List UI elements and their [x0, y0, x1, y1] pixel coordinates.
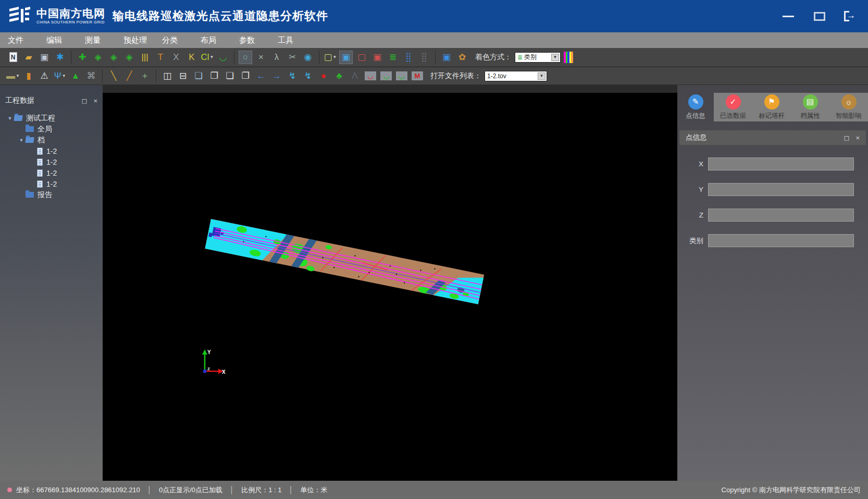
- tile-windows-icon[interactable]: ❐: [207, 69, 221, 83]
- ruler-vertical-icon[interactable]: ▮: [22, 69, 35, 83]
- open-folder-icon[interactable]: ▰: [22, 51, 35, 64]
- ruler-diagonal-icon[interactable]: ╱: [122, 69, 136, 83]
- panel-close-icon[interactable]: ×: [93, 97, 97, 105]
- menu-item-3[interactable]: 测量: [77, 35, 116, 45]
- palette-icon[interactable]: ✿: [455, 51, 469, 64]
- maximize-button[interactable]: [813, 10, 826, 22]
- tower-icon[interactable]: Λ: [348, 69, 362, 83]
- spacing-adjust-icon[interactable]: +: [138, 69, 152, 83]
- exit-button[interactable]: →: [844, 11, 857, 21]
- tree-item-span-folder[interactable]: ▼档: [0, 135, 103, 145]
- tab-span-attr[interactable]: ▤档属性: [791, 93, 829, 121]
- chevron-down-icon[interactable]: ▼: [551, 54, 559, 61]
- tree-expander-icon[interactable]: ▼: [7, 116, 13, 121]
- section-lines-icon[interactable]: |||: [138, 51, 152, 64]
- sag-curve-red-icon[interactable]: ◡: [364, 69, 377, 83]
- tree-icon[interactable]: ♣: [332, 69, 346, 83]
- split-vertical-icon[interactable]: ◫: [160, 69, 174, 83]
- menu-item-5[interactable]: 分类: [154, 35, 193, 45]
- new-file-icon[interactable]: N: [6, 51, 20, 64]
- close-all-windows-icon[interactable]: ❐: [239, 69, 252, 83]
- vector-branch-icon[interactable]: Ψ▼: [53, 69, 67, 83]
- nodes-icon[interactable]: ⌘: [84, 69, 98, 83]
- classify-ci-icon[interactable]: Cl▼: [201, 51, 214, 64]
- layers-icon[interactable]: ≣: [386, 51, 400, 64]
- ellipse-select-icon[interactable]: ○: [239, 51, 252, 64]
- toolbar-separator: [435, 51, 436, 64]
- tree-item-report[interactable]: 报告: [0, 189, 103, 200]
- tab-label: 智能影响: [836, 112, 862, 120]
- class-field-input[interactable]: [708, 234, 854, 247]
- cascade-windows-icon[interactable]: ❏: [192, 69, 205, 83]
- panel-float-icon[interactable]: ◻: [82, 97, 88, 105]
- tree-expander-icon[interactable]: ▼: [19, 138, 24, 143]
- tab-selected-data[interactable]: ✓已选数据: [714, 93, 752, 121]
- split-horizontal-icon[interactable]: ⊟: [176, 69, 190, 83]
- y-field-input[interactable]: [708, 183, 854, 196]
- tree-item-span-1[interactable]: 1-2: [0, 145, 103, 156]
- pan-move-icon[interactable]: ✚: [76, 51, 89, 64]
- tree-item-span-4[interactable]: 1-2: [0, 178, 103, 189]
- sag-curve-dashed-icon[interactable]: ◡: [395, 69, 408, 83]
- menu-item-6[interactable]: 布局: [193, 35, 231, 45]
- delete-select-icon[interactable]: ×: [254, 51, 268, 64]
- profile-diamond-icon[interactable]: ◈: [91, 51, 105, 64]
- status-bar: 坐标：667669.1384100900.2861092.210│0点正显示/0…: [0, 481, 868, 499]
- locate-pin-icon[interactable]: ●: [317, 69, 330, 83]
- grid-cursor-icon[interactable]: ⣿: [417, 51, 431, 64]
- tree-item-test-project[interactable]: ▼测试工程: [0, 113, 103, 124]
- point-info-close-icon[interactable]: ×: [855, 134, 860, 142]
- menu-item-4[interactable]: 预处理: [116, 35, 154, 45]
- close-window-icon[interactable]: ❏: [223, 69, 237, 83]
- polyline-icon[interactable]: ↯: [286, 69, 299, 83]
- warning-triangle-icon[interactable]: ⚠: [38, 69, 51, 83]
- key-icon[interactable]: K: [185, 51, 199, 64]
- undo-view-icon[interactable]: ←: [254, 69, 268, 83]
- angle-measure-icon[interactable]: X: [169, 51, 183, 64]
- x-field-input[interactable]: [708, 157, 854, 171]
- measure-m-icon[interactable]: M: [411, 69, 424, 83]
- tab-smart-impact[interactable]: ☼智能影响: [829, 93, 868, 121]
- redo-view-icon[interactable]: →: [270, 69, 283, 83]
- tab-mark-tower[interactable]: ⚑标记塔杆: [752, 93, 791, 121]
- tab-point-info[interactable]: ✎点信息: [677, 93, 714, 121]
- eye-icon[interactable]: ◉: [301, 51, 315, 64]
- brand-en: CHINA SOUTHERN POWER GRID: [36, 20, 105, 25]
- rainbow-ramp-icon[interactable]: [562, 51, 575, 64]
- broom-icon[interactable]: ╲: [107, 69, 120, 83]
- menu-item-2[interactable]: 编辑: [39, 35, 77, 45]
- sag-curve-green-icon[interactable]: ◡: [379, 69, 393, 83]
- polygon-select-icon[interactable]: ▢: [355, 51, 368, 64]
- point-select-icon[interactable]: ▣: [339, 51, 353, 64]
- grid-icon[interactable]: ⣿: [402, 51, 415, 64]
- tree-item-span-2[interactable]: 1-2: [0, 156, 103, 167]
- point-cloud-viewport[interactable]: Y X Z: [103, 93, 677, 481]
- profile-diamond-3-icon[interactable]: ◈: [122, 51, 136, 64]
- chevron-down-icon[interactable]: ▼: [538, 72, 545, 80]
- tree-item-label: 全局: [38, 125, 52, 134]
- document-icon: ▤: [803, 94, 818, 109]
- polyline-2-icon[interactable]: ↯: [301, 69, 315, 83]
- subtract-select-icon[interactable]: ▣: [370, 51, 384, 64]
- tree-item-span-3[interactable]: 1-2: [0, 167, 103, 178]
- open-file-list-select[interactable]: 1-2.tov▼: [485, 71, 547, 81]
- colorize-mode-select[interactable]: ≣类别▼: [515, 52, 561, 63]
- z-field-input[interactable]: [708, 209, 854, 222]
- north-arrow-icon[interactable]: ▲: [69, 69, 82, 83]
- menu-item-7[interactable]: 参数: [231, 35, 270, 45]
- save-icon[interactable]: ▣: [38, 51, 51, 64]
- point-info-float-icon[interactable]: ◻: [844, 134, 850, 142]
- camera-icon[interactable]: ▣: [440, 51, 453, 64]
- menu-item-1[interactable]: 文件: [0, 35, 39, 45]
- menu-item-8[interactable]: 工具: [270, 35, 308, 45]
- height-measure-icon[interactable]: T: [154, 51, 167, 64]
- tree-item-global[interactable]: 全局: [0, 124, 103, 135]
- settings-gear-icon[interactable]: ✱: [53, 51, 67, 64]
- profile-diamond-2-icon[interactable]: ◈: [107, 51, 120, 64]
- swap-cross-icon[interactable]: ✂: [286, 51, 299, 64]
- catenary-icon[interactable]: ◡: [216, 51, 230, 64]
- rect-select-icon[interactable]: ▢▼: [324, 51, 337, 64]
- eraser-icon[interactable]: ▬▼: [6, 69, 20, 83]
- tower-mark-icon[interactable]: λ: [270, 51, 283, 64]
- minimize-button[interactable]: [782, 10, 795, 22]
